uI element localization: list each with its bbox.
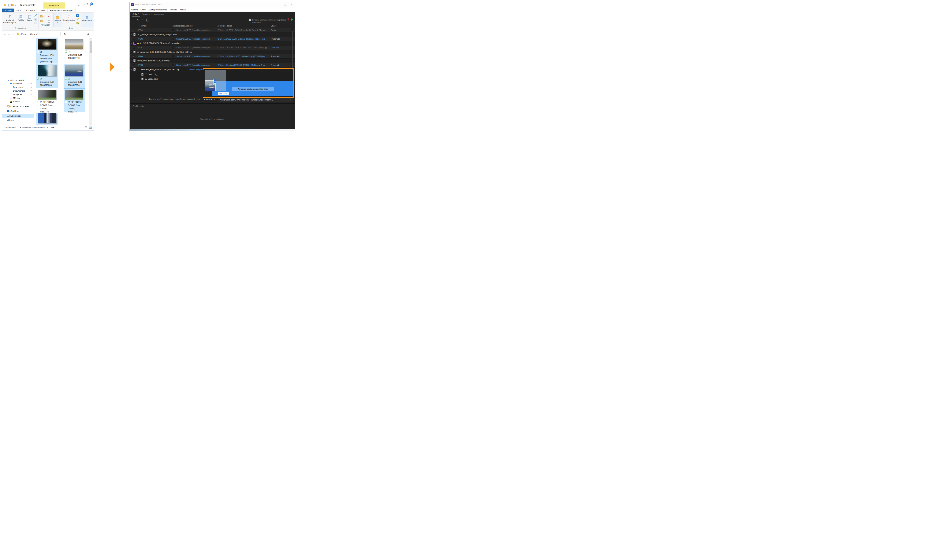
sidebar-item-música[interactable]: ♪Música: [2, 96, 34, 100]
sidebar-item-creative-cloud-files[interactable]: ›Creative Cloud Files: [2, 105, 34, 108]
hide-sources-link[interactable]: Ocultar 3 orígenes: [190, 69, 204, 71]
sidebar-item-escritorio[interactable]: Escritorio: [2, 82, 34, 85]
start-queue-icon[interactable]: [291, 18, 293, 21]
sidebar-item-vídeos[interactable]: Vídeos: [2, 100, 34, 103]
queue-row-source[interactable]: ˅A002C004_160508_R1JC.mov.mov: [130, 58, 295, 63]
output-path-link[interactable]: C:\User...all_2018_IBC\03 DeNoise DeReve…: [218, 29, 265, 31]
output-path-link[interactable]: C:\User...la\052_AMB_External_Rwanda_Vil…: [218, 38, 265, 40]
format-value[interactable]: JPEG: [137, 46, 143, 49]
copy-to-button[interactable]: ▾: [39, 19, 46, 24]
sidebar-item-descargas[interactable]: ↓Descargas: [2, 85, 34, 89]
breadcrumb-segment[interactable]: Prem...: [22, 33, 28, 35]
format-dropdown[interactable]: ˅: [132, 46, 135, 49]
up-icon[interactable]: ↑: [13, 32, 14, 35]
duplicate-icon[interactable]: [146, 18, 148, 20]
tab-carpetas-de-inspeccion[interactable]: Carpetas de inspección: [142, 13, 164, 15]
preset-value[interactable]: Secuencia JPEG (coincidir con origen): [176, 64, 210, 66]
output-path-link[interactable]: C:\User...dit_1808310085 (Stitched Clip)…: [218, 55, 265, 57]
cut-icon[interactable]: [34, 14, 37, 17]
format-value[interactable]: JPEG: [137, 38, 143, 40]
close-button[interactable]: ✕: [288, 2, 294, 7]
output-path-link[interactable]: C:\User...01 SELECTIVE COLOR (Hue Curves…: [218, 46, 267, 49]
ame-titlebar[interactable]: Me Adobe Media Encoder 2019 – ▢ ✕: [130, 2, 295, 8]
forward-icon[interactable]: →: [8, 32, 10, 35]
scrollbar-thumb[interactable]: [292, 31, 293, 70]
pin-to-quick-access-button[interactable]: Anclar alAcceso rápido: [3, 13, 17, 27]
menu-ventana[interactable]: Ventana: [170, 9, 177, 11]
recent-locations-icon[interactable]: ˅: [11, 33, 12, 35]
minimize-button[interactable]: –: [76, 3, 82, 8]
new-button[interactable]: Nuevo ▾: [53, 13, 62, 27]
search-input[interactable]: ...: [68, 32, 90, 36]
scroll-up-icon[interactable]: ∧: [89, 38, 92, 40]
window-resize-strip[interactable]: [130, 129, 295, 131]
preset-value[interactable]: Secuencia JPEG (coincidir con origen): [176, 46, 210, 49]
format-value[interactable]: JPEG: [137, 29, 143, 31]
image-preview-button[interactable]: [76, 14, 79, 17]
preset-value[interactable]: Secuencia JPEG (coincidir con origen): [176, 38, 210, 40]
refresh-icon[interactable]: ↻: [63, 32, 67, 36]
preset-dropdown[interactable]: ˅: [172, 29, 174, 32]
disclosure-chevron-icon[interactable]: ˅: [131, 43, 132, 44]
properties-button[interactable]: Propiedades ▾: [62, 13, 76, 27]
queue-row-output[interactable]: ˅JPEG˅Secuencia JPEG (coincidir con orig…: [130, 63, 295, 67]
queue-row-source[interactable]: ˅00 Dreamers_Edit_1808310085 (Stitched C…: [130, 50, 295, 54]
tab-inicio[interactable]: Inicio: [14, 9, 24, 12]
queue-row-output[interactable]: ˅JPEG˅Secuencia JPEG (coincidir con orig…: [130, 54, 295, 58]
history-button[interactable]: [76, 22, 79, 24]
paste-shortcut-icon[interactable]: [34, 22, 37, 24]
preset-icon[interactable]: [137, 19, 139, 21]
sidebar-item-red[interactable]: ›Red: [2, 119, 34, 122]
select-button[interactable]: Seleccionar ▾: [81, 13, 93, 27]
column-estado[interactable]: Estado: [271, 25, 276, 27]
tab-archivo[interactable]: Archivo: [2, 9, 14, 12]
remove-icon[interactable]: −: [142, 18, 144, 21]
preset-dropdown[interactable]: ˅: [172, 55, 174, 58]
add-source-icon[interactable]: +: [132, 18, 134, 21]
format-value[interactable]: JPEG: [137, 64, 143, 66]
expand-chevron-icon[interactable]: ›: [4, 120, 6, 122]
move-to-button[interactable]: ▾: [39, 14, 46, 19]
output-path-link[interactable]: C:\User...\Media\A002C004_160508_R1JC.mo…: [218, 64, 265, 66]
file-item[interactable]: ✓: [36, 113, 58, 126]
delete-button[interactable]: ×▾: [46, 14, 52, 19]
sidebar-item-este-equipo[interactable]: ›Este equipo: [2, 114, 34, 118]
format-dropdown[interactable]: ˅: [132, 38, 135, 40]
tab-cola[interactable]: Cola: [133, 13, 137, 15]
queue-row-output[interactable]: ˅JPEG˅Secuencia JPEG (coincidir con orig…: [130, 46, 295, 50]
disclosure-chevron-icon[interactable]: ˅: [131, 51, 132, 53]
expand-chevron-icon[interactable]: ›: [4, 115, 6, 117]
queue-row-source[interactable]: ˅052_AMB_External_Rwanda_VillageT.mov: [130, 32, 295, 37]
breadcrumb-segment[interactable]: Copy of ...: [30, 33, 40, 35]
column-formato[interactable]: Formato: [139, 25, 147, 27]
disclosure-chevron-icon[interactable]: ˅: [131, 60, 132, 62]
pin-ribbon-icon[interactable]: [87, 3, 89, 5]
rename-button[interactable]: [46, 19, 52, 24]
explorer-titlebar[interactable]: ▾ Nueva carpeta Administrar – ▢ ✕: [2, 2, 94, 9]
format-value[interactable]: JPEG: [137, 55, 143, 57]
queue-row-output[interactable]: ˅JPEG˅Secuencia JPEG (coincidir con orig…: [130, 28, 295, 32]
menu-ajuste-preestablecido[interactable]: Ajuste preestablecido: [148, 9, 167, 11]
queue-row-output[interactable]: ˅JPEG˅Secuencia JPEG (coincidir con orig…: [130, 37, 295, 41]
column-ajustes[interactable]: Ajustes preestablecidos: [173, 25, 193, 27]
sidebar-item-onedrive[interactable]: ›OneDrive: [2, 109, 34, 113]
file-item[interactable]: ✓00Dreamers_Edit_1808310470: [64, 38, 85, 62]
menu-ayuda[interactable]: Ayuda: [180, 9, 186, 11]
contextual-tab-administrar[interactable]: Administrar: [43, 3, 65, 9]
menu-archivo[interactable]: Archivo: [131, 9, 138, 11]
expand-chevron-icon[interactable]: ›: [4, 105, 6, 107]
sidebar-item-acceso-rápido[interactable]: ˅★Acceso rápido: [2, 78, 34, 82]
format-dropdown[interactable]: ˅: [132, 55, 135, 58]
panel-menu-icon[interactable]: ≡: [138, 13, 139, 15]
panel-menu-icon[interactable]: ≡: [145, 105, 147, 107]
processor-select[interactable]: Aceleración por GPU de Mercury Playback …: [218, 98, 293, 102]
menu-editar[interactable]: Editar: [140, 9, 145, 11]
vertical-scrollbar[interactable]: ∧ ∨: [89, 38, 92, 126]
file-item[interactable]: ✓00Dreamers_Edit_1808310606: [36, 64, 58, 88]
format-dropdown[interactable]: ˅: [132, 29, 135, 32]
tab-compartir[interactable]: Compartir: [24, 9, 38, 12]
maximize-button[interactable]: ▢: [82, 3, 87, 8]
address-dropdown-icon[interactable]: ˅: [60, 32, 62, 36]
paste-button[interactable]: Pegar: [25, 13, 34, 27]
help-icon[interactable]: ?: [90, 3, 93, 5]
